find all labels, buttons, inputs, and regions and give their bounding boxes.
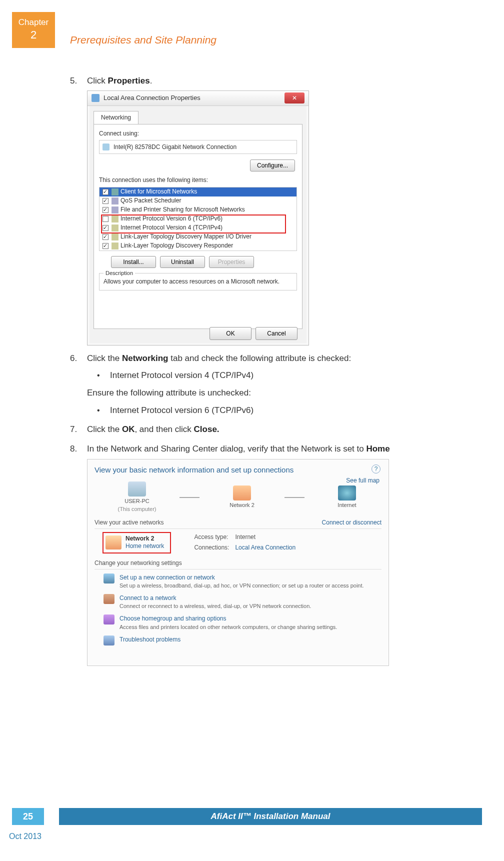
local-area-connection-link[interactable]: Local Area Connection (235, 544, 296, 551)
manual-title: AfiAct II™ Installation Manual (59, 808, 482, 825)
content-area: 5. Click Properties. Local Area Connecti… (70, 75, 465, 673)
section-title: Prerequisites and Site Planning (70, 34, 216, 46)
troubleshoot-icon (104, 636, 114, 646)
description-group: Description Allows your computer to acce… (99, 273, 297, 290)
list-item[interactable]: File and Printer Sharing for Microsoft N… (100, 206, 296, 214)
list-item[interactable]: Internet Protocol Version 6 (TCP/IPv6) (100, 214, 296, 224)
home-network-icon (106, 536, 122, 550)
network-name: Network 2 (126, 535, 164, 543)
bullet-ipv6: Internet Protocol version 6 (TCP/IPv6) (97, 404, 465, 417)
items-label: This connection uses the following items… (99, 176, 297, 184)
homegroup-icon (104, 614, 114, 624)
globe-icon (338, 486, 356, 500)
connector-line (284, 497, 304, 498)
install-button[interactable]: Install... (111, 256, 156, 268)
checkbox-icon[interactable] (102, 243, 108, 249)
checkbox-icon[interactable] (102, 189, 108, 195)
checkbox-icon[interactable] (102, 234, 108, 240)
new-connection-icon (104, 574, 114, 584)
node-pc: USER-PC (This computer) (114, 482, 160, 514)
adapter-name: Intel(R) 82578DC Gigabit Network Connect… (114, 143, 236, 152)
component-icon (112, 188, 118, 196)
cancel-button[interactable]: Cancel (256, 327, 298, 340)
component-icon (112, 242, 118, 250)
change-settings-heading: Change your networking settings (94, 559, 182, 568)
house-icon (233, 486, 251, 500)
connect-network-icon (104, 594, 114, 604)
properties-dialog: Local Area Connection Properties ✕ Netwo… (87, 90, 309, 346)
list-item[interactable]: Link-Layer Topology Discovery Responder (100, 242, 296, 250)
d2-title: View your basic network information and … (94, 464, 382, 476)
properties-button[interactable]: Properties (209, 256, 254, 268)
pc-icon (128, 482, 146, 496)
connect-using-label: Connect using: (99, 130, 297, 138)
tab-networking[interactable]: Networking (94, 111, 138, 124)
checkbox-icon[interactable] (102, 225, 108, 231)
dialog-panel: Connect using: Intel(R) 82578DC Gigabit … (94, 124, 302, 329)
step-8: 8. In the Network and Sharing Center dia… (70, 443, 465, 666)
configure-button[interactable]: Configure... (250, 160, 295, 172)
see-full-map-link[interactable]: See full map (346, 476, 380, 485)
checkbox-icon[interactable] (102, 207, 108, 213)
active-networks-section: View your active networks Connect or dis… (94, 518, 382, 554)
component-icon (112, 216, 118, 222)
setting-item[interactable]: Choose homegroup and sharing options Acc… (104, 614, 382, 631)
items-listbox[interactable]: Client for Microsoft Networks QoS Packet… (99, 187, 297, 251)
node-network: Network 2 (220, 486, 264, 510)
step-6-mid: Ensure the following attribute is unchec… (87, 387, 465, 400)
active-networks-heading: View your active networks (94, 518, 164, 527)
description-text: Allows your computer to access resources… (104, 278, 292, 286)
node-internet: Internet (324, 486, 370, 510)
component-icon (112, 206, 118, 214)
component-icon (112, 234, 118, 240)
adapter-field: Intel(R) 82578DC Gigabit Network Connect… (99, 140, 297, 154)
window-icon (92, 94, 100, 102)
footer-date: Oct 2013 (9, 832, 42, 841)
connect-disconnect-link[interactable]: Connect or disconnect (322, 518, 382, 527)
list-item[interactable]: Link-Layer Topology Discovery Mapper I/O… (100, 232, 296, 242)
nic-icon (102, 144, 110, 150)
bullet-ipv4: Internet Protocol version 4 (TCP/IPv4) (97, 370, 465, 382)
component-icon (112, 198, 118, 204)
close-button[interactable]: ✕ (284, 92, 304, 104)
network-type-link[interactable]: Home network (126, 542, 164, 550)
network-map: USER-PC (This computer) Network 2 Intern… (114, 482, 382, 514)
change-settings-section: Change your networking settings Set up a… (94, 559, 382, 645)
checkbox-icon[interactable] (102, 198, 108, 204)
ok-button[interactable]: OK (210, 327, 252, 340)
chapter-tab: Chapter 2 (12, 12, 55, 48)
dialog-title: Local Area Connection Properties (104, 94, 200, 103)
connector-line (180, 497, 200, 498)
setting-item[interactable]: Connect to a network Connect or reconnec… (104, 594, 382, 610)
checkbox-icon[interactable] (102, 216, 108, 222)
access-info: Access type:Internet Connections:Local A… (193, 532, 302, 554)
footer-bar: 25 AfiAct II™ Installation Manual (12, 808, 482, 825)
dialog-titlebar: Local Area Connection Properties ✕ (88, 91, 308, 106)
chapter-number: 2 (12, 28, 55, 42)
network-sharing-dialog: ? View your basic network information an… (87, 459, 389, 666)
step-5: 5. Click Properties. Local Area Connecti… (70, 75, 465, 346)
active-network-highlight: Network 2 Home network (102, 532, 171, 554)
step-7: 7. Click the OK, and then click Close. (70, 424, 465, 436)
description-legend: Description (104, 270, 135, 278)
list-item[interactable]: Internet Protocol Version 4 (TCP/IPv4) (100, 224, 296, 232)
setting-item[interactable]: Troubleshoot problems (104, 636, 382, 646)
step-6: 6. Click the Networking tab and check th… (70, 352, 465, 417)
setting-item[interactable]: Set up a new connection or network Set u… (104, 574, 382, 590)
uninstall-button[interactable]: Uninstall (160, 256, 205, 268)
chapter-label: Chapter (18, 18, 48, 27)
list-item[interactable]: Client for Microsoft Networks (100, 188, 296, 196)
page-number: 25 (12, 808, 44, 825)
component-icon (112, 224, 118, 232)
list-item[interactable]: QoS Packet Scheduler (100, 196, 296, 206)
